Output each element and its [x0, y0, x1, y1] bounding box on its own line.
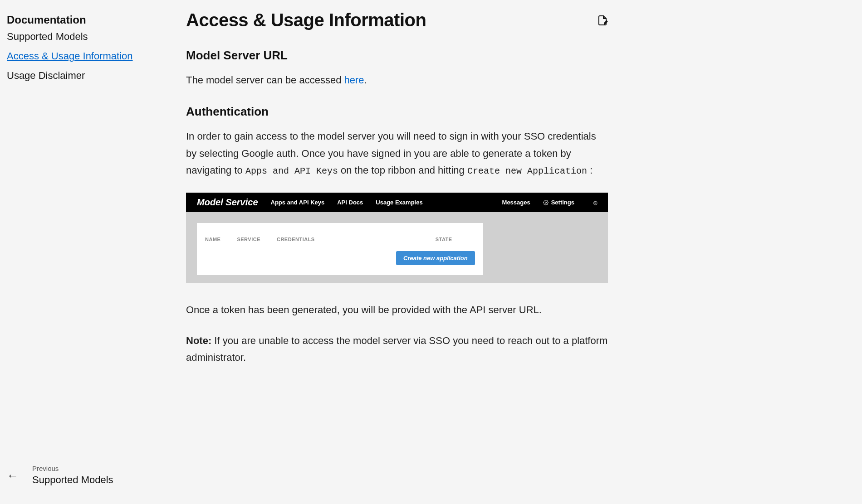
auth-paragraph-1: In order to gain access to the model ser… — [186, 128, 608, 179]
ss-topbar: Model Service Apps and API Keys API Docs… — [186, 193, 608, 212]
previous-page-link[interactable]: ← Previous Supported Models — [7, 465, 163, 495]
section-heading: Model Server URL — [186, 48, 608, 63]
ss-logo: Model Service — [197, 197, 258, 208]
sidebar-item-supported-models[interactable]: Supported Models — [7, 30, 163, 44]
ss-nav-apidocs: API Docs — [337, 199, 363, 206]
ss-create-app-button: Create new application — [396, 251, 475, 265]
page-title: Access & Usage Information — [186, 10, 426, 30]
section-heading: Authentication — [186, 105, 608, 119]
ss-nav-apps: Apps and API Keys — [271, 199, 325, 206]
section-model-server-url: Model Server URL The model server can be… — [186, 48, 608, 88]
sidebar-item-usage-disclaimer[interactable]: Usage Disclaimer — [7, 69, 163, 83]
code-create-new-app: Create new Application — [467, 166, 587, 176]
ss-nav-usage: Usage Examples — [376, 199, 422, 206]
ss-table-headers: NAME SERVICE CREDENTIALS STATE — [205, 237, 475, 242]
auth-paragraph-2: Once a token has been generated, you wil… — [186, 301, 608, 318]
sidebar-item-access-usage[interactable]: Access & Usage Information — [7, 49, 163, 63]
svg-point-0 — [545, 202, 546, 203]
sidebar-heading: Documentation — [7, 14, 163, 26]
ss-settings: Settings — [543, 199, 574, 206]
arrow-left-icon: ← — [7, 470, 19, 481]
ss-messages: Messages — [502, 199, 530, 206]
section-authentication: Authentication In order to gain access t… — [186, 105, 608, 366]
code-apps-api-keys: Apps and API Keys — [245, 166, 338, 176]
gear-icon — [543, 200, 549, 205]
embedded-screenshot: Model Service Apps and API Keys API Docs… — [186, 193, 608, 283]
model-server-link[interactable]: here — [344, 74, 364, 86]
ss-panel: NAME SERVICE CREDENTIALS STATE Create ne… — [197, 223, 483, 275]
edit-page-icon[interactable] — [597, 15, 608, 26]
sidebar: Documentation Supported Models Access & … — [0, 0, 172, 504]
logout-icon: ⎋ — [593, 199, 597, 206]
auth-note: Note: If you are unable to access the mo… — [186, 332, 608, 366]
previous-title: Supported Models — [32, 474, 113, 486]
main-content: Access & Usage Information Model Server … — [172, 0, 635, 504]
section-text: The model server can be accessed here. — [186, 72, 608, 88]
previous-label: Previous — [32, 465, 113, 472]
